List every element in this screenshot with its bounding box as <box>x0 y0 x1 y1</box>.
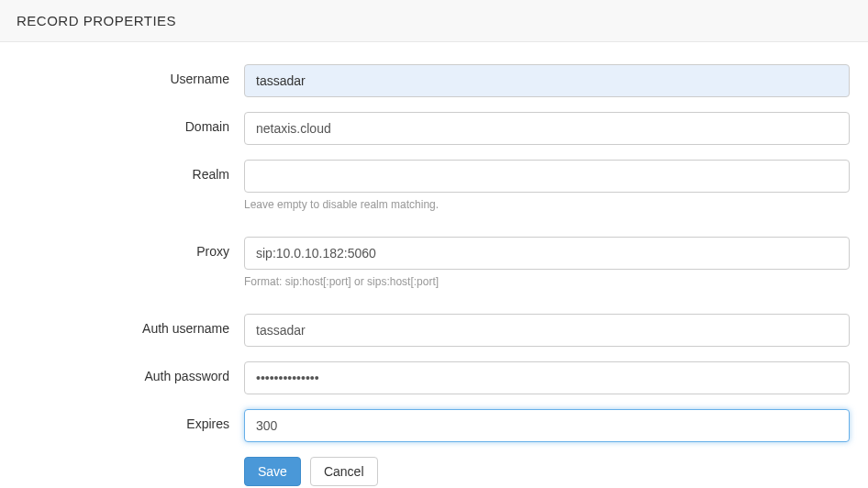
label-auth-password: Auth password <box>18 361 244 383</box>
row-expires: Expires <box>18 409 850 442</box>
realm-field[interactable] <box>244 160 850 193</box>
label-domain: Domain <box>18 112 244 134</box>
proxy-field[interactable] <box>244 237 850 270</box>
save-button[interactable]: Save <box>244 457 301 486</box>
label-auth-username: Auth username <box>18 314 244 336</box>
username-field <box>244 64 850 97</box>
domain-field[interactable] <box>244 112 850 145</box>
panel-title: RECORD PROPERTIES <box>17 13 176 28</box>
label-expires: Expires <box>18 409 244 431</box>
record-properties-form: Username Domain Realm Leave empty to dis… <box>0 42 868 488</box>
row-realm: Realm Leave empty to disable realm match… <box>18 160 850 211</box>
label-proxy: Proxy <box>18 237 244 259</box>
label-realm: Realm <box>18 160 244 182</box>
button-row: Save Cancel <box>244 457 850 486</box>
cancel-button[interactable]: Cancel <box>310 457 378 486</box>
proxy-help-text: Format: sip:host[:port] or sips:host[:po… <box>244 275 850 288</box>
realm-help-text: Leave empty to disable realm matching. <box>244 198 850 211</box>
row-auth-username: Auth username <box>18 314 850 347</box>
panel-header: RECORD PROPERTIES <box>0 0 868 42</box>
row-domain: Domain <box>18 112 850 145</box>
label-username: Username <box>18 64 244 86</box>
row-auth-password: Auth password <box>18 361 850 394</box>
auth-password-field[interactable] <box>244 361 850 394</box>
auth-username-field[interactable] <box>244 314 850 347</box>
expires-field[interactable] <box>244 409 850 442</box>
row-proxy: Proxy Format: sip:host[:port] or sips:ho… <box>18 237 850 288</box>
row-username: Username <box>18 64 850 97</box>
